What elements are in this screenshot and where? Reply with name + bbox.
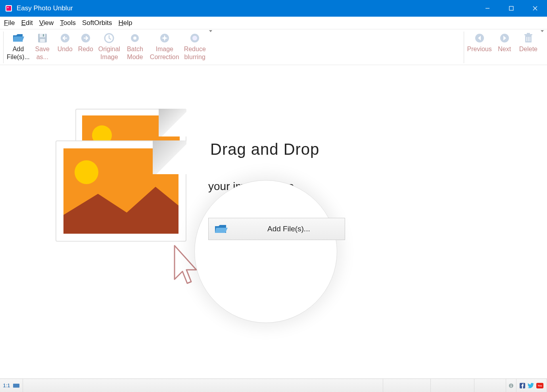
save-icon bbox=[36, 32, 49, 44]
original-image-button[interactable]: Original Image bbox=[96, 30, 123, 61]
redo-button[interactable]: Redo bbox=[75, 30, 96, 53]
add-files-main-button[interactable]: Add File(s)... bbox=[208, 218, 345, 240]
folder-open-icon bbox=[12, 32, 25, 44]
zoom-indicator[interactable]: 1:1 bbox=[0, 379, 23, 392]
add-files-button[interactable]: Add File(s)... bbox=[4, 30, 32, 61]
image-correction-label: Image Correction bbox=[150, 45, 179, 61]
menu-file[interactable]: File bbox=[4, 19, 15, 27]
svg-point-30 bbox=[511, 384, 512, 385]
svg-point-18 bbox=[192, 36, 197, 40]
blur-icon bbox=[188, 32, 201, 44]
drag-and-drop-heading: Drag and Drop bbox=[210, 140, 319, 158]
folder-open-icon bbox=[214, 224, 228, 234]
menu-bar: File Edit View Tools SoftOrbits Help bbox=[0, 17, 547, 29]
youtube-icon[interactable]: You bbox=[536, 383, 543, 388]
title-bar: Easy Photo Unblur bbox=[0, 0, 547, 17]
zoom-value: 1:1 bbox=[3, 382, 10, 388]
delete-button[interactable]: Delete bbox=[517, 30, 540, 53]
save-as-label: Save as... bbox=[35, 45, 50, 61]
add-files-label: Add File(s)... bbox=[7, 45, 30, 61]
main-drop-area[interactable]: Drag and Drop your images here Add File(… bbox=[0, 65, 547, 379]
add-files-main-label: Add File(s)... bbox=[267, 225, 310, 233]
undo-button[interactable]: Undo bbox=[55, 30, 75, 53]
redo-icon bbox=[79, 32, 92, 44]
menu-help[interactable]: Help bbox=[119, 19, 132, 27]
undo-label: Undo bbox=[58, 45, 73, 53]
gear-icon bbox=[129, 32, 141, 44]
menu-tools[interactable]: Tools bbox=[60, 19, 76, 27]
toolbar-overflow-left[interactable] bbox=[208, 30, 213, 36]
sparkle-icon bbox=[158, 32, 171, 44]
fit-screen-icon bbox=[13, 383, 20, 388]
svg-rect-1 bbox=[6, 6, 11, 11]
svg-rect-8 bbox=[40, 34, 45, 37]
previous-icon bbox=[473, 32, 486, 44]
undo-icon bbox=[59, 32, 71, 44]
reduce-blurring-label: Reduce blurring bbox=[184, 45, 206, 61]
facebook-icon[interactable] bbox=[520, 383, 525, 388]
svg-rect-29 bbox=[511, 385, 512, 387]
svg-rect-4 bbox=[509, 6, 513, 10]
info-button[interactable] bbox=[506, 379, 516, 392]
trash-icon bbox=[522, 32, 535, 44]
svg-rect-22 bbox=[524, 34, 532, 35]
svg-rect-10 bbox=[43, 34, 44, 37]
magnifier-illustration bbox=[194, 180, 337, 323]
clock-icon bbox=[103, 32, 115, 44]
reduce-blurring-button[interactable]: Reduce blurring bbox=[182, 30, 208, 61]
status-empty-1 bbox=[23, 379, 383, 392]
status-bar: 1:1 You bbox=[0, 379, 547, 392]
previous-button[interactable]: Previous bbox=[465, 30, 494, 53]
svg-point-2 bbox=[8, 7, 9, 8]
svg-rect-9 bbox=[40, 39, 45, 42]
minimize-button[interactable] bbox=[476, 0, 499, 17]
next-button[interactable]: Next bbox=[494, 30, 515, 53]
app-icon bbox=[3, 3, 14, 14]
maximize-button[interactable] bbox=[499, 0, 523, 17]
status-empty-2 bbox=[383, 379, 431, 392]
original-image-label: Original Image bbox=[98, 45, 120, 61]
delete-label: Delete bbox=[519, 45, 537, 53]
redo-label: Redo bbox=[78, 45, 93, 53]
svg-rect-23 bbox=[527, 33, 530, 34]
status-empty-3 bbox=[431, 379, 474, 392]
toolbar-overflow-right[interactable] bbox=[540, 30, 545, 36]
save-as-button[interactable]: Save as... bbox=[32, 30, 53, 61]
close-button[interactable] bbox=[523, 0, 547, 17]
image-correction-button[interactable]: Image Correction bbox=[148, 30, 182, 61]
photo-illustration-front bbox=[56, 140, 186, 242]
svg-text:You: You bbox=[538, 384, 542, 387]
batch-mode-button[interactable]: Batch Mode bbox=[125, 30, 146, 61]
toolbar: Add File(s)... Save as... Undo Redo Orig… bbox=[0, 29, 547, 65]
next-label: Next bbox=[498, 45, 511, 53]
menu-view[interactable]: View bbox=[39, 19, 54, 27]
status-empty-4 bbox=[474, 379, 506, 392]
batch-mode-label: Batch Mode bbox=[127, 45, 143, 61]
next-icon bbox=[498, 32, 511, 44]
svg-point-15 bbox=[133, 37, 136, 40]
svg-rect-27 bbox=[13, 384, 19, 388]
menu-softorbits[interactable]: SoftOrbits bbox=[82, 19, 112, 27]
app-title: Easy Photo Unblur bbox=[17, 4, 73, 12]
twitter-icon[interactable] bbox=[528, 383, 534, 388]
previous-label: Previous bbox=[467, 45, 492, 53]
info-icon bbox=[509, 383, 514, 388]
menu-edit[interactable]: Edit bbox=[21, 19, 33, 27]
